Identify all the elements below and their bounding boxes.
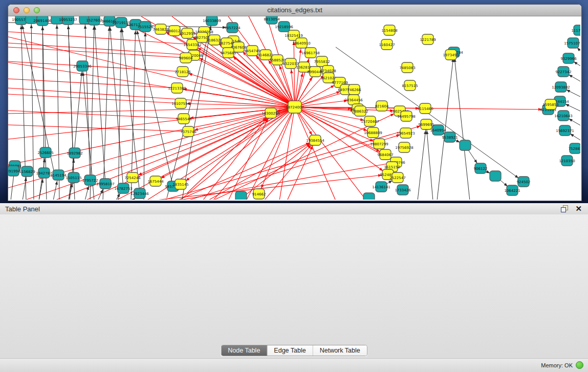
graph-edge[interactable]	[94, 20, 105, 184]
graph-node[interactable]: 906122	[474, 163, 488, 173]
graph-node[interactable]: 8912954	[179, 28, 195, 38]
graph-node[interactable]: 15751074	[564, 38, 580, 48]
graph-edge[interactable]	[8, 94, 181, 103]
graph-edge[interactable]	[121, 23, 140, 193]
graph-node[interactable]: 1145194	[50, 170, 67, 180]
edge-arrowhead-icon	[570, 134, 574, 137]
graph-edge[interactable]	[8, 43, 194, 55]
tab-edge-table[interactable]: Edge Table	[267, 345, 313, 356]
graph-node[interactable]: 7485083	[399, 62, 415, 73]
graph-node[interactable]: 7515526	[137, 21, 154, 32]
graph-edge[interactable]	[264, 140, 315, 200]
graph-node[interactable]: 1064221	[504, 185, 520, 195]
graph-node[interactable]: 391994	[8, 166, 20, 176]
graph-node[interactable]: 19756928	[395, 142, 413, 152]
graph-node[interactable]: 10958107	[96, 179, 115, 189]
graph-node[interactable]: 12923446	[130, 188, 149, 199]
graph-node[interactable]: 7886322	[352, 106, 368, 116]
graph-node[interactable]: 12213389	[168, 83, 186, 93]
graph-node[interactable]: 9475685	[220, 48, 236, 58]
graph-edge[interactable]	[8, 125, 188, 132]
graph-node[interactable]: 989604	[179, 53, 193, 63]
graph-node[interactable]: 7955812	[314, 56, 330, 67]
graph-node[interactable]: 18724007	[286, 101, 304, 113]
graph-node[interactable]: 1117304	[571, 25, 580, 35]
graph-edge[interactable]	[151, 174, 388, 200]
graph-node[interactable]: 914662	[252, 189, 266, 199]
graph-node[interactable]: 9465546	[176, 114, 192, 124]
window-zoom-button[interactable]	[34, 7, 40, 13]
graph-node[interactable]: 1675444	[147, 176, 164, 186]
graph-node[interactable]: 16961758	[301, 48, 320, 58]
graph-node[interactable]: 20364456	[344, 95, 363, 105]
graph-node[interactable]: 1527602	[86, 16, 102, 25]
graph-node[interactable]: 9538921	[442, 132, 458, 142]
graph-node[interactable]: 1156829	[19, 166, 35, 177]
graph-node[interactable]	[235, 191, 247, 200]
graph-node[interactable]: 2718126	[175, 67, 191, 77]
graph-node[interactable]: 1892982	[67, 148, 82, 158]
graph-edge[interactable]	[454, 52, 470, 200]
graph-edge[interactable]	[116, 107, 295, 200]
graph-node[interactable]: 752883	[569, 143, 580, 154]
graph-window[interactable]: citations_edges.txt 19055724206914061095…	[8, 4, 582, 201]
graph-edge[interactable]	[295, 107, 336, 200]
graph-node[interactable]: 1733426	[395, 185, 411, 195]
graph-node[interactable]: 9699695	[418, 119, 434, 129]
graph-edge[interactable]	[295, 107, 366, 200]
graph-node[interactable]: 16782753	[114, 183, 133, 193]
graph-node[interactable]: 1505115	[66, 172, 81, 183]
graph-node[interactable]: 2526605	[37, 147, 53, 158]
graph-node[interactable]: 1795722	[82, 175, 98, 185]
graph-node[interactable]: 8813054	[264, 16, 280, 24]
graph-node[interactable]: 1595853	[542, 99, 558, 110]
graph-node[interactable]: 20053346	[73, 61, 92, 71]
graph-node[interactable]: 1160427	[379, 39, 395, 50]
graph-node[interactable]: 9227342	[555, 67, 571, 77]
graph-node[interactable]: 10688809	[364, 127, 382, 138]
graph-node[interactable]: 1973493	[443, 50, 459, 60]
graph-edge[interactable]	[85, 19, 90, 180]
graph-node[interactable]: 8157515	[402, 80, 418, 91]
graph-node[interactable]: 1221789	[420, 34, 435, 45]
float-panel-icon[interactable]	[560, 205, 568, 212]
graph-edge[interactable]	[180, 107, 295, 200]
graph-node[interactable]: 746266	[347, 84, 361, 95]
graph-edge[interactable]	[136, 25, 173, 186]
graph-edge[interactable]	[110, 21, 123, 188]
graph-edge[interactable]	[103, 21, 110, 200]
graph-node[interactable]: 7857224	[224, 23, 241, 33]
graph-node[interactable]: 19654923	[397, 128, 415, 138]
close-panel-icon[interactable]: ✕	[575, 205, 582, 212]
graph-node-label: 1973493	[443, 53, 459, 57]
graph-edge[interactable]	[90, 20, 94, 200]
graph-node[interactable]: 18807299	[370, 139, 388, 149]
graph-node[interactable]: 1210350	[559, 156, 575, 166]
graph-node[interactable]	[460, 140, 471, 150]
graph-node[interactable]: 16033809	[203, 16, 221, 26]
graph-edge[interactable]	[177, 88, 295, 107]
graph-node[interactable]: 1942787	[36, 168, 52, 178]
graph-node[interactable]: 1835145	[172, 179, 188, 189]
graph-edge[interactable]	[8, 88, 295, 107]
graph-edge[interactable]	[287, 140, 315, 200]
graph-node[interactable]: 924502	[517, 177, 531, 187]
window-titlebar[interactable]: citations_edges.txt	[8, 5, 581, 16]
window-close-button[interactable]	[13, 7, 19, 13]
graph-node[interactable]	[490, 171, 501, 181]
graph-edge[interactable]	[228, 113, 271, 200]
window-minimize-button[interactable]	[24, 7, 30, 13]
graph-node[interactable]: 15720407	[361, 116, 379, 126]
graph-edge[interactable]	[418, 124, 426, 200]
memory-indicator-icon[interactable]	[576, 361, 583, 369]
graph-edge[interactable]	[426, 124, 433, 200]
graph-node[interactable]: 2522547	[389, 172, 405, 183]
graph-node[interactable]: 821604	[375, 101, 389, 111]
graph-node[interactable]: 9115460	[417, 103, 433, 114]
graph-node[interactable]: 1154808	[381, 25, 397, 35]
tab-node-table[interactable]: Node Table	[221, 345, 267, 356]
tab-network-table[interactable]: Network Table	[313, 345, 367, 356]
network-canvas[interactable]: 1905572420691406109532371527602946616010…	[8, 16, 580, 200]
graph-edge[interactable]	[192, 45, 295, 107]
graph-node[interactable]	[363, 193, 375, 200]
